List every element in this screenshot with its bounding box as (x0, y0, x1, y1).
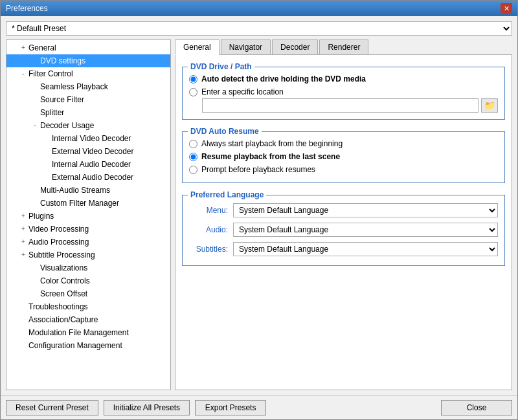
sidebar-item-modulation[interactable]: Modulation File Management (6, 326, 170, 339)
expand-icon-video-proc: + (18, 224, 28, 234)
resume-prompt-row: Prompt before playback resumes (189, 163, 498, 176)
expand-icon-screen (30, 289, 40, 299)
subtitles-lang-row: Subtitles: System Default Language (189, 239, 498, 259)
reset-preset-button[interactable]: Reset Current Preset (6, 400, 98, 415)
sidebar-item-external-audio[interactable]: External Audio Decoder (6, 171, 170, 184)
sidebar-item-filter-control[interactable]: - Filter Control (6, 67, 170, 80)
expand-icon-splitter (30, 107, 40, 118)
window-title: Preferences (6, 4, 48, 13)
expand-icon-filter: - (18, 69, 28, 79)
dvd-specific-radio[interactable] (189, 88, 197, 96)
sidebar-item-general[interactable]: + General (6, 41, 170, 54)
expand-icon-ext-audio (41, 172, 52, 182)
sidebar-item-external-video[interactable]: External Video Decoder (6, 145, 170, 158)
resume-prompt-label: Prompt before playback resumes (201, 165, 315, 174)
expand-icon-dvd (30, 56, 40, 66)
dvd-drive-section: DVD Drive / Path Auto detect the drive h… (182, 67, 505, 120)
sidebar-item-subtitle-processing[interactable]: + Subtitle Processing (6, 249, 170, 261)
close-window-button[interactable]: ✕ (501, 3, 512, 14)
sidebar-item-dvd-settings[interactable]: DVD settings (6, 54, 170, 67)
sidebar-item-video-processing[interactable]: + Video Processing (6, 223, 170, 236)
sidebar-item-custom-filter[interactable]: Custom Filter Manager (6, 197, 170, 210)
preferred-language-section: Preferred Language Menu: System Default … (182, 195, 505, 266)
sidebar-item-color-controls[interactable]: Color Controls (6, 274, 170, 287)
sidebar-item-internal-video[interactable]: Internal Video Decoder (6, 132, 170, 145)
sidebar-item-association[interactable]: Association/Capture (6, 313, 170, 326)
preset-row: * Default Preset (6, 21, 512, 36)
preferences-window: Preferences ✕ * Default Preset + General (0, 0, 518, 420)
dvd-specific-row: Enter a specific location (189, 85, 498, 98)
sidebar-item-internal-audio[interactable]: Internal Audio Decoder (6, 158, 170, 171)
resume-last-row: Resume playback from the last scene (189, 150, 498, 163)
expand-icon-assoc (18, 315, 28, 325)
sidebar-item-audio-processing[interactable]: + Audio Processing (6, 236, 170, 249)
browse-button[interactable]: 📁 (481, 98, 498, 113)
main-content: * Default Preset + General DVD settings (1, 16, 517, 395)
expand-icon-general: + (18, 43, 28, 53)
menu-lang-select[interactable]: System Default Language (233, 203, 498, 217)
subtitles-lang-select[interactable]: System Default Language (233, 242, 498, 256)
sidebar-item-seamless-playback[interactable]: Seamless Playback (6, 80, 170, 93)
dvd-auto-resume-title: DVD Auto Resume (188, 127, 262, 136)
resume-start-row: Always start playback from the beginning (189, 137, 498, 150)
dvd-drive-title: DVD Drive / Path (188, 62, 254, 71)
audio-lang-label: Audio: (189, 225, 228, 234)
close-button[interactable]: Close (441, 400, 512, 415)
initialize-presets-button[interactable]: Initialize All Presets (104, 400, 190, 415)
expand-icon-custom (30, 198, 40, 208)
preset-select[interactable]: * Default Preset (6, 21, 512, 36)
preferred-language-title: Preferred Language (188, 190, 266, 199)
expand-icon-trouble (18, 302, 28, 312)
expand-icon-vis (30, 263, 40, 273)
tab-decoder[interactable]: Decoder (272, 39, 318, 54)
sidebar-item-troubleshootings[interactable]: Troubleshootings (6, 300, 170, 313)
sidebar-item-visualizations[interactable]: Visualizations (6, 261, 170, 274)
sidebar-item-decoder-usage[interactable]: - Decoder Usage (6, 119, 170, 132)
sidebar-item-source-filter[interactable]: Source Filter (6, 93, 170, 106)
main-area: + General DVD settings - Filter Control … (6, 39, 512, 390)
sidebar-item-plugins[interactable]: + Plugins (6, 210, 170, 223)
audio-lang-select[interactable]: System Default Language (233, 223, 498, 237)
expand-icon-subtitle: + (18, 250, 28, 260)
expand-icon-seamless (30, 82, 40, 92)
menu-lang-label: Menu: (189, 206, 228, 215)
resume-last-radio[interactable] (189, 153, 197, 161)
expand-icon-int-audio (41, 159, 52, 170)
expand-icon-mod (18, 327, 28, 338)
expand-icon-config (18, 340, 28, 351)
expand-icon-decoder-usage: - (30, 120, 40, 131)
audio-lang-row: Audio: System Default Language (189, 220, 498, 239)
expand-icon-plugins: + (18, 211, 28, 221)
right-panel: General Navigator Decoder Renderer DVD D… (175, 39, 512, 390)
dvd-auto-detect-label: Auto detect the drive holding the DVD me… (201, 74, 366, 83)
tab-bar: General Navigator Decoder Renderer (175, 39, 512, 55)
expand-icon-int-video (41, 133, 52, 144)
dvd-auto-detect-row: Auto detect the drive holding the DVD me… (189, 72, 498, 85)
sidebar-item-screen-offset[interactable]: Screen Offset (6, 287, 170, 300)
tab-navigator[interactable]: Navigator (221, 39, 271, 54)
dvd-auto-detect-radio[interactable] (189, 75, 197, 83)
resume-start-radio[interactable] (189, 140, 197, 148)
bottom-bar: Reset Current Preset Initialize All Pres… (1, 395, 517, 419)
resume-start-label: Always start playback from the beginning (201, 139, 343, 148)
tab-renderer[interactable]: Renderer (319, 39, 368, 54)
dvd-auto-resume-section: DVD Auto Resume Always start playback fr… (182, 131, 505, 183)
resume-last-label: Resume playback from the last scene (201, 152, 340, 161)
sidebar-item-splitter[interactable]: Splitter (6, 106, 170, 119)
expand-icon-multi-audio (30, 185, 40, 195)
title-bar: Preferences ✕ (1, 1, 517, 16)
sidebar-item-configuration[interactable]: Configuration Management (6, 339, 170, 352)
subtitles-lang-label: Subtitles: (189, 245, 228, 254)
location-input-row: 📁 (189, 98, 498, 113)
resume-prompt-radio[interactable] (189, 166, 197, 174)
expand-icon-audio-proc: + (18, 237, 28, 247)
location-input[interactable] (202, 98, 479, 113)
expand-icon-source (30, 94, 40, 105)
dvd-specific-label: Enter a specific location (201, 87, 284, 96)
expand-icon-color (30, 276, 40, 286)
tab-content-general: DVD Drive / Path Auto detect the drive h… (175, 55, 512, 390)
expand-icon-ext-video (41, 146, 52, 157)
tab-general[interactable]: General (175, 39, 220, 55)
sidebar-item-multi-audio[interactable]: Multi-Audio Streams (6, 184, 170, 197)
export-presets-button[interactable]: Export Presets (195, 400, 266, 415)
